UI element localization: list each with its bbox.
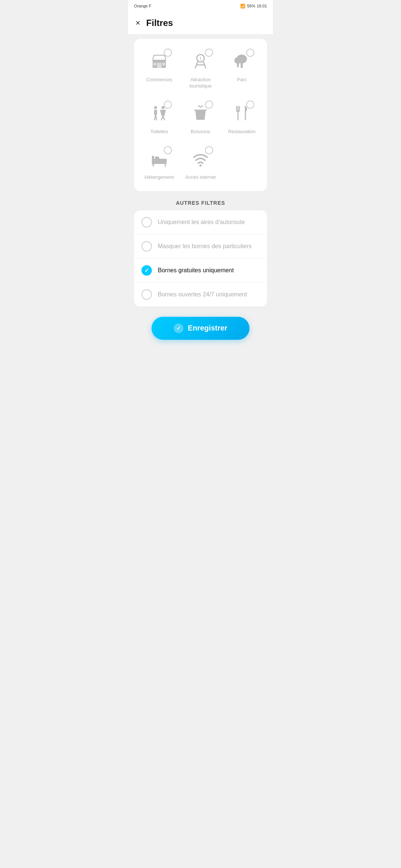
svg-rect-1 bbox=[157, 63, 162, 68]
category-hebergement[interactable]: Hébergement bbox=[140, 142, 178, 185]
svg-line-16 bbox=[163, 116, 164, 120]
filter-label-particuliers: Masquer les bornes des particuliers bbox=[158, 243, 252, 250]
category-icon-wrap-commerces bbox=[146, 48, 173, 75]
category-internet[interactable]: Accès internet bbox=[181, 142, 219, 185]
filter-list-card: Uniquement les aires d'autoroute Masquer… bbox=[134, 210, 267, 306]
category-attraction[interactable]: i Attraction touristique bbox=[181, 45, 219, 94]
svg-rect-11 bbox=[154, 110, 157, 115]
categories-grid: Commerces i Attraction touristique bbox=[140, 45, 261, 185]
radio-hebergement[interactable] bbox=[164, 146, 172, 154]
category-boissons[interactable]: Boissons bbox=[181, 97, 219, 139]
category-label-toilettes: Toilettes bbox=[150, 129, 168, 135]
save-check-icon: ✓ bbox=[174, 323, 183, 333]
section-title-autres: AUTRES FILTRES bbox=[128, 200, 273, 206]
svg-rect-22 bbox=[152, 156, 154, 165]
category-icon-wrap-hebergement bbox=[146, 145, 173, 172]
checkbox-autoroute[interactable] bbox=[141, 217, 152, 227]
category-label-internet: Accès internet bbox=[185, 174, 216, 181]
svg-point-26 bbox=[199, 164, 202, 167]
filter-particuliers[interactable]: Masquer les bornes des particuliers bbox=[134, 234, 267, 259]
checkbox-particuliers[interactable] bbox=[141, 241, 152, 251]
category-label-boissons: Boissons bbox=[191, 129, 211, 135]
category-label-attraction: Attraction touristique bbox=[183, 77, 218, 89]
category-icon-wrap-parc bbox=[228, 48, 255, 75]
category-icon-wrap-internet bbox=[187, 145, 214, 172]
header: × Filtres bbox=[128, 12, 273, 34]
battery-icon: 📶 bbox=[240, 4, 245, 9]
category-label-commerces: Commerces bbox=[146, 77, 172, 83]
categories-card: Commerces i Attraction touristique bbox=[134, 39, 267, 191]
category-icon-wrap-toilettes bbox=[146, 100, 173, 126]
category-parc[interactable]: Parc bbox=[223, 45, 261, 94]
category-commerces[interactable]: Commerces bbox=[140, 45, 178, 94]
svg-rect-3 bbox=[162, 63, 165, 66]
filter-label-gratuites: Bornes gratuites uniquement bbox=[158, 267, 234, 274]
time-text: 16:01 bbox=[257, 4, 267, 8]
radio-restauration[interactable] bbox=[246, 101, 254, 109]
status-bar: Orange F 📶 56% 16:01 bbox=[128, 0, 273, 12]
svg-rect-2 bbox=[153, 63, 156, 66]
page-title: Filtres bbox=[146, 18, 173, 28]
checkbox-gratuites[interactable] bbox=[141, 265, 152, 276]
radio-boissons[interactable] bbox=[205, 101, 213, 109]
radio-parc[interactable] bbox=[246, 49, 254, 57]
category-icon-wrap-boissons bbox=[187, 100, 214, 126]
category-icon-wrap-attraction: i bbox=[187, 48, 214, 75]
radio-commerces[interactable] bbox=[164, 49, 172, 57]
svg-text:i: i bbox=[200, 56, 201, 61]
category-toilettes[interactable]: Toilettes bbox=[140, 97, 178, 139]
filter-24-7[interactable]: Bornes ouvertes 24/7 uniquement bbox=[134, 283, 267, 306]
carrier-text: Orange F bbox=[134, 4, 151, 8]
save-button-wrap: ✓ Enregistrer bbox=[128, 306, 273, 352]
category-label-parc: Parc bbox=[237, 77, 247, 83]
svg-line-13 bbox=[156, 115, 157, 120]
radio-internet[interactable] bbox=[205, 146, 213, 154]
filter-autoroute[interactable]: Uniquement les aires d'autoroute bbox=[134, 210, 267, 234]
status-icons: 📶 56% 16:01 bbox=[240, 4, 267, 9]
svg-point-8 bbox=[234, 57, 242, 64]
category-icon-wrap-restauration bbox=[228, 100, 255, 126]
category-label-hebergement: Hébergement bbox=[144, 174, 174, 181]
category-restauration[interactable]: Restauration bbox=[223, 97, 261, 139]
svg-rect-9 bbox=[237, 63, 239, 67]
svg-rect-23 bbox=[155, 157, 159, 160]
radio-attraction[interactable] bbox=[205, 49, 213, 57]
battery-text: 56% bbox=[247, 4, 255, 8]
svg-rect-7 bbox=[241, 63, 243, 68]
checkbox-24-7[interactable] bbox=[141, 289, 152, 300]
close-button[interactable]: × bbox=[136, 19, 140, 27]
filter-label-24-7: Bornes ouvertes 24/7 uniquement bbox=[158, 291, 247, 298]
filter-gratuites[interactable]: Bornes gratuites uniquement bbox=[134, 259, 267, 283]
svg-point-10 bbox=[154, 106, 157, 109]
category-label-restauration: Restauration bbox=[228, 129, 255, 135]
radio-toilettes[interactable] bbox=[164, 101, 172, 109]
save-button[interactable]: ✓ Enregistrer bbox=[151, 317, 250, 340]
filter-label-autoroute: Uniquement les aires d'autoroute bbox=[158, 219, 245, 226]
save-button-label: Enregistrer bbox=[188, 324, 228, 332]
